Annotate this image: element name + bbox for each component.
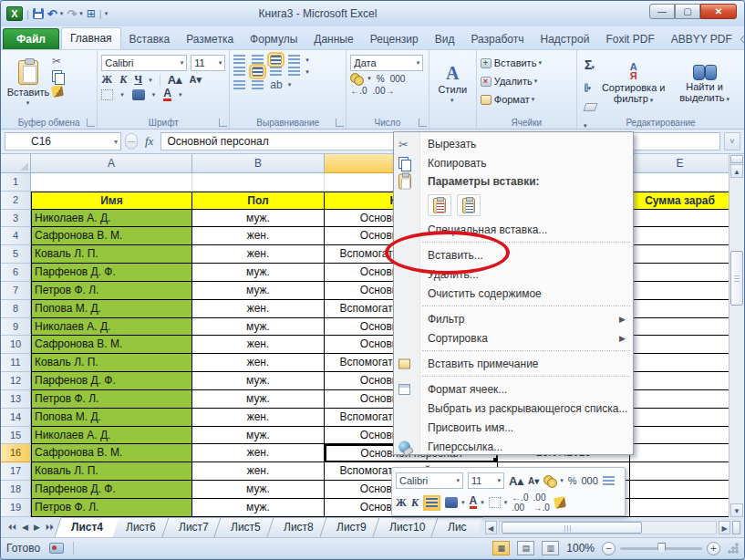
menu-item-сортировка[interactable]: Сортировка▶: [394, 328, 633, 347]
row-header-9[interactable]: 9: [1, 318, 31, 337]
menu-item-вырезать[interactable]: ✂Вырезать: [394, 134, 633, 153]
row-header-19[interactable]: 19: [1, 499, 31, 517]
cell-A13[interactable]: Петров Ф. Л.: [31, 390, 192, 409]
number-format-select[interactable]: Дата▾: [350, 55, 423, 71]
font-dialog-launcher[interactable]: [219, 119, 227, 127]
expand-formula-bar-icon[interactable]: ˅: [724, 132, 740, 150]
row-header-14[interactable]: 14: [1, 409, 31, 427]
mini-comma-button[interactable]: 000: [581, 475, 597, 486]
cell-B16[interactable]: жен.: [192, 444, 325, 462]
mini-italic-button[interactable]: К: [411, 496, 419, 510]
cell-B18[interactable]: муж.: [192, 481, 325, 499]
insert-cells-button[interactable]: Вставить▾: [481, 55, 573, 71]
paste-formatting-option-button[interactable]: [428, 194, 451, 216]
sheet-tab-лист4[interactable]: Лист4: [54, 517, 119, 537]
row-header-18[interactable]: 18: [1, 481, 31, 499]
font-color-button[interactable]: А: [163, 88, 171, 101]
comma-style-button[interactable]: 000: [390, 74, 406, 84]
formula-bar-handle[interactable]: —: [125, 133, 138, 150]
zoom-track[interactable]: [620, 547, 702, 550]
cell-E11[interactable]: [630, 354, 730, 372]
delete-cells-button[interactable]: Удалить▾: [481, 73, 573, 89]
first-sheet-icon[interactable]: ⏴⏴: [8, 523, 16, 533]
cell-B17[interactable]: жен.: [192, 462, 325, 481]
vertical-split-handle[interactable]: [730, 155, 743, 163]
cell-E1[interactable]: [630, 173, 730, 192]
mini-font-size-select[interactable]: 11▾: [468, 472, 504, 489]
menu-item-очистить-содержимое[interactable]: Очистить содержимое: [394, 284, 633, 303]
cell-B11[interactable]: жен.: [192, 354, 325, 372]
font-size-select[interactable]: 11▾: [191, 55, 225, 71]
align-center-icon[interactable]: [252, 67, 264, 77]
clipboard-dialog-launcher[interactable]: [87, 119, 95, 127]
tab-split-handle[interactable]: [732, 521, 740, 534]
cell-A14[interactable]: Попова М. Д.: [31, 409, 192, 427]
increase-decimal-icon[interactable]: ←.0: [350, 86, 367, 96]
menu-item-гиперссылка[interactable]: Гиперссылка...: [394, 437, 633, 456]
copy-icon[interactable]: [52, 70, 64, 83]
row-header-8[interactable]: 8: [1, 300, 31, 318]
cell-E2[interactable]: Сумма зараб: [630, 192, 730, 210]
mini-accounting-icon[interactable]: [543, 475, 556, 486]
underline-button[interactable]: Ч: [134, 73, 142, 87]
cell-A5[interactable]: Коваль Л. П.: [31, 245, 192, 264]
format-painter-icon[interactable]: [51, 85, 64, 98]
number-dialog-launcher[interactable]: [419, 119, 427, 127]
normal-view-button[interactable]: ▦: [492, 541, 510, 555]
mini-percent-button[interactable]: %: [568, 475, 577, 486]
menu-item-формат-ячеек[interactable]: Формат ячеек...: [394, 379, 633, 399]
cell-B7[interactable]: муж.: [192, 282, 325, 300]
align-right-icon[interactable]: [270, 67, 282, 77]
resize-grip[interactable]: [728, 543, 739, 554]
paste-values-option-button[interactable]: [457, 194, 481, 216]
ribbon-tab-данные[interactable]: Данные: [305, 29, 361, 49]
increase-indent-icon[interactable]: [252, 80, 264, 90]
scroll-track-upper[interactable]: [729, 178, 744, 249]
prev-sheet-icon[interactable]: ◀: [22, 523, 28, 532]
cell-E12[interactable]: [630, 372, 730, 390]
mini-increase-decimal-icon[interactable]: ←.0.00: [512, 493, 528, 513]
cell-B10[interactable]: жен.: [192, 336, 325, 354]
column-header-e[interactable]: E: [630, 154, 730, 173]
zoom-level-text[interactable]: 100%: [566, 542, 595, 555]
hscroll-left-button[interactable]: ◀: [485, 521, 497, 534]
column-header-b[interactable]: B: [192, 154, 325, 173]
row-header-15[interactable]: 15: [1, 427, 31, 445]
cell-A3[interactable]: Николаев А. Д.: [31, 210, 192, 228]
alignment-dialog-launcher[interactable]: [336, 119, 344, 127]
mini-center-align-button[interactable]: [423, 496, 440, 510]
ribbon-tab-формулы[interactable]: Формулы: [242, 29, 305, 49]
insert-function-icon[interactable]: fx: [141, 134, 157, 149]
ribbon-tab-вид[interactable]: Вид: [427, 29, 463, 49]
select-all-corner[interactable]: [1, 154, 31, 173]
borders-button[interactable]: [101, 89, 113, 100]
cell-A10[interactable]: Сафронова В. М.: [31, 336, 192, 354]
ribbon-tab-разработч[interactable]: Разработч: [462, 29, 532, 49]
menu-item-специальная-вставка[interactable]: Специальная вставка...: [394, 220, 633, 239]
cell-B15[interactable]: муж.: [192, 427, 325, 445]
page-layout-view-button[interactable]: ▤: [517, 541, 534, 555]
hscroll-right-button[interactable]: ▶: [719, 521, 730, 534]
restore-button[interactable]: ▢: [675, 4, 700, 19]
cell-E3[interactable]: [630, 210, 730, 228]
cell-A4[interactable]: Сафронова В. М.: [31, 227, 192, 245]
menu-item-удалить[interactable]: Удалить...: [394, 264, 633, 284]
cell-B8[interactable]: жен.: [192, 300, 325, 318]
bold-button[interactable]: Ж: [101, 73, 112, 87]
align-bottom-icon[interactable]: [270, 55, 282, 65]
row-header-1[interactable]: 1: [1, 173, 31, 192]
mini-fill-color-button[interactable]: [445, 497, 458, 508]
macro-record-icon[interactable]: [49, 543, 64, 554]
scroll-track-lower[interactable]: [729, 307, 744, 503]
cell-E4[interactable]: [630, 227, 730, 245]
ribbon-tab-надстрой[interactable]: Надстрой: [532, 29, 597, 49]
page-break-view-button[interactable]: ▥: [542, 541, 559, 555]
percent-style-button[interactable]: %: [377, 74, 385, 84]
next-sheet-icon[interactable]: ▶: [34, 523, 40, 532]
sheet-tab-лис[interactable]: Лис: [431, 517, 483, 537]
ribbon-tab-разметка[interactable]: Разметка: [178, 29, 242, 49]
fill-color-button[interactable]: [132, 89, 145, 100]
cell-B4[interactable]: жен.: [192, 227, 325, 245]
minimize-button[interactable]: —: [649, 4, 675, 19]
scroll-up-button[interactable]: ▲: [730, 164, 743, 178]
